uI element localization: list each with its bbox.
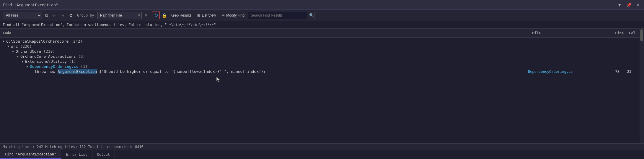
bottom-tabs: Find "ArgumentException" Error List Outp… bbox=[0, 150, 644, 159]
column-col: Col bbox=[624, 31, 641, 35]
tree-orchardcore[interactable]: ▼ OrchardCore (218) bbox=[0, 49, 640, 54]
result-col: 23 bbox=[619, 70, 637, 74]
search-find-results-button[interactable]: 🔍 bbox=[308, 12, 315, 19]
group-by-dropdown-wrapper: Path then File Definition Project then F… bbox=[97, 12, 142, 19]
orchardcore-label: OrchardCore (218) bbox=[16, 49, 55, 54]
scope-dropdown[interactable]: All Files Current Document Open Document… bbox=[3, 12, 42, 19]
tree-abstractions[interactable]: ▼ OrchardCore.Abstractions (6) bbox=[0, 54, 640, 59]
tab-find-argumentexception[interactable]: Find "ArgumentException" bbox=[0, 150, 61, 159]
find-results-window: Find "ArgumentException" ▼ 📌 ✕ All Files… bbox=[0, 0, 644, 159]
scrollbar-track[interactable] bbox=[640, 29, 644, 143]
results-content[interactable]: ▼ C:\Source\Repos\OrchardCore (242) ▼ sr… bbox=[0, 38, 644, 143]
modify-find-button[interactable]: ✏ Modify Find bbox=[219, 12, 247, 19]
scope-dropdown-wrapper: All Files Current Document Open Document… bbox=[3, 12, 42, 19]
triangle-icon: ▼ bbox=[3, 40, 6, 43]
modify-find-label: Modify Find bbox=[226, 13, 244, 17]
group-by-dropdown[interactable]: Path then File Definition Project then F… bbox=[97, 12, 142, 19]
lock-icon: 🔒 bbox=[162, 13, 167, 18]
triangle-abstractions-icon: ▼ bbox=[17, 55, 20, 58]
refresh-button[interactable]: ↻ bbox=[152, 12, 160, 19]
results-area: Code File Line Col ▼ C:\Source\Repos\Orc… bbox=[0, 29, 644, 143]
code-highlight: ArgumentException bbox=[58, 69, 97, 74]
extensions-utility-label: Extensions\Utility (1) bbox=[25, 59, 76, 64]
column-line: Line bbox=[606, 31, 624, 35]
title-bar: Find "ArgumentException" ▼ 📌 ✕ bbox=[0, 0, 644, 10]
scrollbar-thumb[interactable] bbox=[640, 29, 643, 41]
query-text: Find all "ArgumentException", Include mi… bbox=[3, 23, 216, 27]
code-text: throw new ArgumentException($"Should be … bbox=[35, 69, 528, 74]
result-file: DependencyOrdering.cs bbox=[528, 70, 602, 74]
table-row[interactable]: ▼ throw new ArgumentException($"Should b… bbox=[0, 69, 640, 74]
keep-results-label: Keep Results bbox=[170, 13, 191, 17]
tree-root[interactable]: ▼ C:\Source\Repos\OrchardCore (242) bbox=[0, 39, 640, 44]
dropdown-button[interactable]: ▼ bbox=[616, 2, 623, 8]
tab-error-list[interactable]: Error List bbox=[61, 150, 92, 159]
triangle-orchardcore-icon: ▼ bbox=[12, 50, 16, 53]
tree-extensions-utility[interactable]: ▼ Extensions\Utility (1) bbox=[0, 59, 640, 64]
copy-button[interactable]: ⧉ bbox=[43, 12, 50, 19]
dependency-ordering-label: DependencyOrdering.cs (1) bbox=[30, 64, 88, 69]
close-x-button[interactable]: ✕ bbox=[143, 12, 149, 19]
src-label: src (230) bbox=[11, 44, 32, 49]
collapse-all-button[interactable]: ⇐ bbox=[51, 12, 58, 19]
keep-results-button[interactable]: Keep Results bbox=[168, 12, 194, 19]
list-view-button[interactable]: ⊞ List View bbox=[195, 12, 218, 19]
group-by-label: Group by: bbox=[77, 13, 96, 17]
abstractions-label: OrchardCore.Abstractions (6) bbox=[20, 54, 85, 59]
toolbar: All Files Current Document Open Document… bbox=[0, 10, 644, 21]
search-find-results-input[interactable] bbox=[248, 12, 307, 19]
results-header: Code File Line Col bbox=[0, 29, 644, 38]
mouse-cursor bbox=[216, 76, 221, 83]
window-title: Find "ArgumentException" bbox=[3, 3, 58, 7]
filter-button[interactable]: ⚙ bbox=[67, 12, 75, 19]
status-text: Matching lines: 242 Matching files: 112 … bbox=[3, 145, 144, 149]
query-bar: Find all "ArgumentException", Include mi… bbox=[0, 21, 644, 29]
title-bar-right: ▼ 📌 ✕ bbox=[616, 2, 641, 8]
tree-dependency-ordering[interactable]: ▼ DependencyOrdering.cs (1) bbox=[0, 64, 640, 69]
column-file: File bbox=[532, 31, 606, 35]
column-code: Code bbox=[3, 31, 532, 35]
pin-button[interactable]: 📌 bbox=[625, 2, 633, 8]
pencil-icon: ✏ bbox=[222, 13, 225, 17]
root-label: C:\Source\Repos\OrchardCore (242) bbox=[6, 39, 82, 44]
result-line: 78 bbox=[602, 70, 619, 74]
title-bar-left: Find "ArgumentException" bbox=[3, 3, 58, 7]
triangle-extensions-icon: ▼ bbox=[22, 60, 25, 63]
triangle-src-icon: ▼ bbox=[7, 45, 11, 48]
tab-output[interactable]: Output bbox=[92, 150, 115, 159]
expand-all-button[interactable]: ⇒ bbox=[59, 12, 66, 19]
list-view-icon: ⊞ bbox=[197, 13, 200, 17]
triangle-dependency-icon: ▼ bbox=[26, 65, 30, 68]
status-bar: Matching lines: 242 Matching files: 112 … bbox=[0, 143, 644, 150]
close-button[interactable]: ✕ bbox=[634, 2, 641, 8]
tree-src[interactable]: ▼ src (230) bbox=[0, 44, 640, 49]
list-view-label: List View bbox=[202, 13, 216, 17]
